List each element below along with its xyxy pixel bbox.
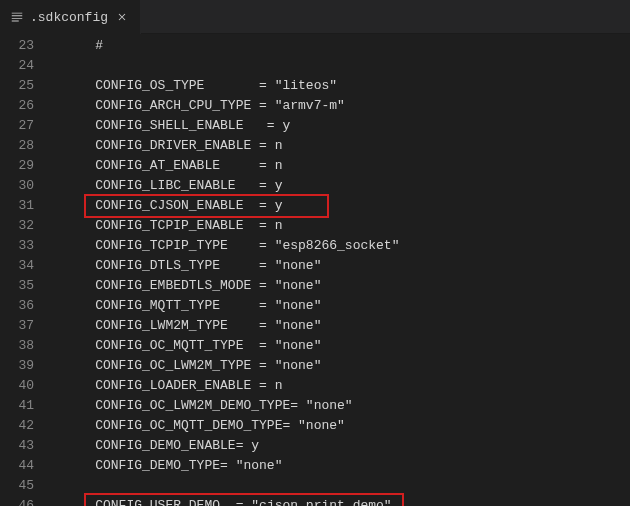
- line-number: 26: [0, 96, 34, 116]
- code-line: CONFIG_DEMO_TYPE= "none": [48, 456, 630, 476]
- code-line: CONFIG_LOADER_ENABLE = n: [48, 376, 630, 396]
- code-line: CONFIG_OC_MQTT_DEMO_TYPE= "none": [48, 416, 630, 436]
- code-line: CONFIG_TCPIP_ENABLE = n: [48, 216, 630, 236]
- line-number-gutter: 2324252627282930313233343536373839404142…: [0, 34, 48, 506]
- line-number: 42: [0, 416, 34, 436]
- line-number: 38: [0, 336, 34, 356]
- line-number: 34: [0, 256, 34, 276]
- close-icon[interactable]: [114, 9, 130, 25]
- line-number: 43: [0, 436, 34, 456]
- line-number: 44: [0, 456, 34, 476]
- code-line: CONFIG_CJSON_ENABLE = y: [48, 196, 630, 216]
- code-line: CONFIG_AT_ENABLE = n: [48, 156, 630, 176]
- code-line: [48, 476, 630, 496]
- file-icon: [10, 10, 24, 24]
- code-line: CONFIG_USER_DEMO = "cjson_print_demo": [48, 496, 630, 506]
- code-line: CONFIG_ARCH_CPU_TYPE = "armv7-m": [48, 96, 630, 116]
- code-line: #: [48, 36, 630, 56]
- code-area[interactable]: # CONFIG_OS_TYPE = "liteos" CONFIG_ARCH_…: [48, 34, 630, 506]
- code-line: CONFIG_MQTT_TYPE = "none": [48, 296, 630, 316]
- tab-sdkconfig[interactable]: .sdkconfig: [0, 0, 141, 34]
- line-number: 27: [0, 116, 34, 136]
- code-line: CONFIG_DEMO_ENABLE= y: [48, 436, 630, 456]
- line-number: 25: [0, 76, 34, 96]
- code-line: CONFIG_OC_MQTT_TYPE = "none": [48, 336, 630, 356]
- line-number: 41: [0, 396, 34, 416]
- editor[interactable]: 2324252627282930313233343536373839404142…: [0, 34, 630, 506]
- line-number: 45: [0, 476, 34, 496]
- line-number: 28: [0, 136, 34, 156]
- line-number: 31: [0, 196, 34, 216]
- code-line: CONFIG_TCPIP_TYPE = "esp8266_socket": [48, 236, 630, 256]
- tab-bar: .sdkconfig: [0, 0, 630, 34]
- line-number: 33: [0, 236, 34, 256]
- code-line: CONFIG_EMBEDTLS_MODE = "none": [48, 276, 630, 296]
- line-number: 37: [0, 316, 34, 336]
- line-number: 24: [0, 56, 34, 76]
- line-number: 23: [0, 36, 34, 56]
- line-number: 46: [0, 496, 34, 506]
- line-number: 39: [0, 356, 34, 376]
- line-number: 35: [0, 276, 34, 296]
- tab-title: .sdkconfig: [30, 10, 108, 25]
- code-line: CONFIG_DRIVER_ENABLE = n: [48, 136, 630, 156]
- line-number: 30: [0, 176, 34, 196]
- code-line: CONFIG_SHELL_ENABLE = y: [48, 116, 630, 136]
- code-line: CONFIG_OS_TYPE = "liteos": [48, 76, 630, 96]
- line-number: 36: [0, 296, 34, 316]
- code-line: CONFIG_OC_LWM2M_DEMO_TYPE= "none": [48, 396, 630, 416]
- line-number: 29: [0, 156, 34, 176]
- line-number: 40: [0, 376, 34, 396]
- line-number: 32: [0, 216, 34, 236]
- code-line: CONFIG_LIBC_ENABLE = y: [48, 176, 630, 196]
- code-line: CONFIG_LWM2M_TYPE = "none": [48, 316, 630, 336]
- code-line: CONFIG_DTLS_TYPE = "none": [48, 256, 630, 276]
- code-line: [48, 56, 630, 76]
- code-line: CONFIG_OC_LWM2M_TYPE = "none": [48, 356, 630, 376]
